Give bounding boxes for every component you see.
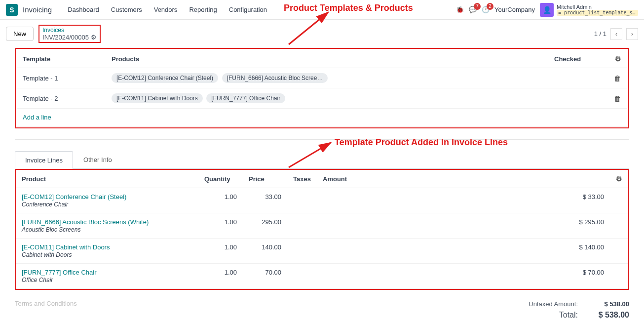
- col-checked: Checked: [548, 50, 607, 68]
- pager-next[interactable]: ›: [626, 28, 638, 40]
- add-line-link[interactable]: Add a line: [23, 114, 51, 121]
- product-chip[interactable]: [FURN_6666] Acoustic Bloc Scree…: [222, 73, 328, 83]
- nav-dashboard[interactable]: Dashboard: [62, 6, 105, 13]
- line-amount: $ 295.00: [317, 213, 610, 239]
- line-price: 33.00: [243, 188, 287, 213]
- gear-icon[interactable]: ⚙: [91, 34, 97, 41]
- line-qty: 1.00: [198, 264, 243, 289]
- navbar: S Invoicing Dashboard Customers Vendors …: [0, 0, 644, 20]
- template-row[interactable]: Template - 2 [E-COM11] Cabinet with Door…: [17, 88, 627, 109]
- nav-vendors[interactable]: Vendors: [148, 6, 184, 13]
- total-label: Total:: [559, 311, 578, 320]
- activity-icon[interactable]: 🕐2: [482, 6, 490, 13]
- product-link[interactable]: [E-COM12] Conference Chair (Steel): [22, 193, 192, 201]
- product-chip[interactable]: [E-COM11] Cabinet with Doors: [112, 93, 203, 103]
- line-price: 70.00: [243, 264, 287, 289]
- avatar: 👤: [540, 3, 554, 17]
- product-link[interactable]: [E-COM11] Cabinet with Doors: [22, 243, 192, 251]
- chat-badge: 7: [474, 3, 481, 10]
- totals: Untaxed Amount: $ 538.00 Total: $ 538.00: [491, 293, 629, 321]
- user-name: Mitchell Admin: [557, 4, 638, 10]
- new-button[interactable]: New: [6, 27, 34, 41]
- product-description: Office Chair: [22, 277, 53, 283]
- col-template: Template: [17, 50, 106, 68]
- breadcrumb-current: INV/2024/00005 ⚙: [42, 34, 97, 41]
- nav-reporting[interactable]: Reporting: [183, 6, 223, 13]
- invoice-line-row[interactable]: [FURN_7777] Office ChairOffice Chair1.00…: [16, 264, 628, 289]
- nav-customers[interactable]: Customers: [105, 6, 148, 13]
- invoice-lines-section: Product Quantity Price Taxes Amount ⚙ [E…: [15, 169, 629, 290]
- col-product: Product: [16, 170, 198, 188]
- db-name: ≡ product_list_template_sa…: [557, 10, 638, 16]
- activity-badge: 2: [487, 3, 493, 10]
- col-products: Products: [106, 50, 548, 68]
- chat-icon[interactable]: 💬7: [469, 6, 477, 13]
- tabs: Invoice Lines Other Info: [15, 151, 629, 169]
- col-quantity: Quantity: [198, 170, 243, 188]
- product-description: Acoustic Bloc Screens: [22, 226, 80, 233]
- col-price: Price: [243, 170, 287, 188]
- line-taxes: [287, 213, 317, 239]
- trash-icon[interactable]: 🗑: [614, 74, 621, 82]
- product-link[interactable]: [FURN_6666] Acoustic Bloc Screens (White…: [22, 218, 192, 226]
- company-name[interactable]: YourCompany: [494, 6, 535, 13]
- template-row[interactable]: Template - 1 [E-COM12] Conference Chair …: [17, 68, 627, 88]
- line-qty: 1.00: [198, 188, 243, 213]
- tab-other-info[interactable]: Other Info: [73, 151, 122, 168]
- breadcrumb-highlight: Invoices INV/2024/00005 ⚙: [38, 25, 101, 43]
- trash-icon[interactable]: 🗑: [614, 94, 621, 103]
- bug-icon[interactable]: 🐞: [456, 6, 464, 13]
- product-description: Conference Chair: [22, 201, 68, 208]
- line-price: 140.00: [243, 239, 287, 264]
- line-qty: 1.00: [198, 239, 243, 264]
- total-amount: $ 538.00: [590, 311, 629, 320]
- line-taxes: [287, 188, 317, 213]
- product-chip[interactable]: [FURN_7777] Office Chair: [206, 93, 285, 103]
- app-name[interactable]: Invoicing: [23, 5, 52, 14]
- untaxed-label: Untaxed Amount:: [529, 300, 578, 308]
- sliders-icon[interactable]: ⚙: [615, 55, 621, 63]
- sliders-icon[interactable]: ⚙: [616, 175, 622, 183]
- line-amount: $ 140.00: [317, 239, 610, 264]
- invoice-line-row[interactable]: [FURN_6666] Acoustic Bloc Screens (White…: [16, 213, 628, 239]
- template-name: Template - 1: [17, 68, 106, 88]
- pager-text: 1 / 1: [594, 30, 606, 38]
- untaxed-amount: $ 538.00: [590, 300, 629, 308]
- product-chip[interactable]: [E-COM12] Conference Chair (Steel): [112, 73, 218, 83]
- col-amount: Amount: [317, 170, 610, 188]
- tab-invoice-lines[interactable]: Invoice Lines: [15, 151, 73, 169]
- breadcrumb-row: New Invoices INV/2024/00005 ⚙ 1 / 1 ‹ ›: [0, 20, 644, 48]
- line-qty: 1.00: [198, 213, 243, 239]
- invoice-line-row[interactable]: [E-COM12] Conference Chair (Steel)Confer…: [16, 188, 628, 213]
- product-description: Cabinet with Doors: [22, 251, 72, 258]
- app-logo[interactable]: S: [6, 4, 18, 16]
- invoice-line-row[interactable]: [E-COM11] Cabinet with DoorsCabinet with…: [16, 239, 628, 264]
- templates-section: Template Products Checked ⚙ Template - 1…: [15, 48, 629, 128]
- nav-configuration[interactable]: Configuration: [223, 6, 273, 13]
- product-link[interactable]: [FURN_7777] Office Chair: [22, 269, 192, 276]
- terms-conditions[interactable]: Terms and Conditions: [15, 290, 77, 317]
- template-name: Template - 2: [17, 88, 106, 109]
- user-menu[interactable]: 👤 Mitchell Admin ≡ product_list_template…: [540, 3, 638, 17]
- line-taxes: [287, 264, 317, 289]
- line-taxes: [287, 239, 317, 264]
- pager-prev[interactable]: ‹: [610, 28, 622, 40]
- line-amount: $ 33.00: [317, 188, 610, 213]
- col-taxes: Taxes: [287, 170, 317, 188]
- breadcrumb-parent[interactable]: Invoices: [42, 27, 97, 34]
- line-price: 295.00: [243, 213, 287, 239]
- line-amount: $ 70.00: [317, 264, 610, 289]
